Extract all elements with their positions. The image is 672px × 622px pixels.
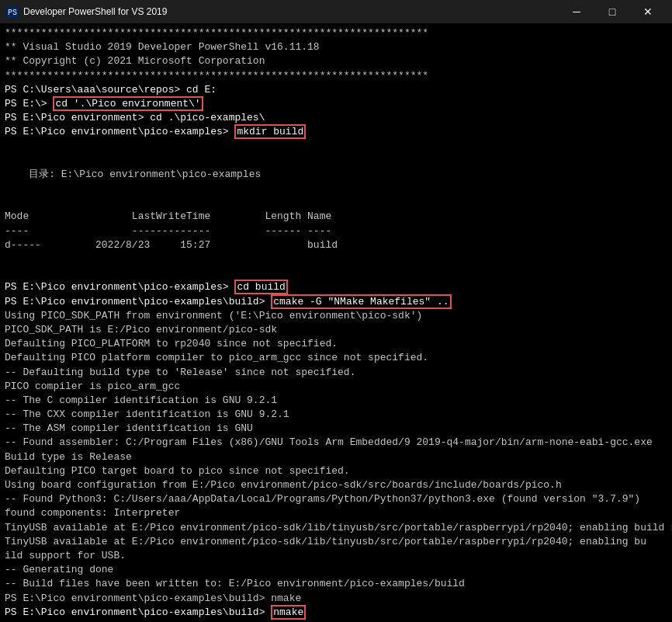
window-controls: ─ □ ✕	[559, 0, 666, 23]
svg-text:PS: PS	[8, 9, 17, 17]
title-bar: PS Developer PowerShell for VS 2019 ─ □ …	[0, 0, 672, 23]
console-output: ****************************************…	[0, 23, 672, 622]
window-title: Developer PowerShell for VS 2019	[23, 6, 559, 17]
maximize-button[interactable]: □	[594, 0, 630, 23]
app-icon: PS	[6, 5, 19, 18]
minimize-button[interactable]: ─	[559, 0, 594, 23]
close-button[interactable]: ✕	[630, 0, 666, 23]
